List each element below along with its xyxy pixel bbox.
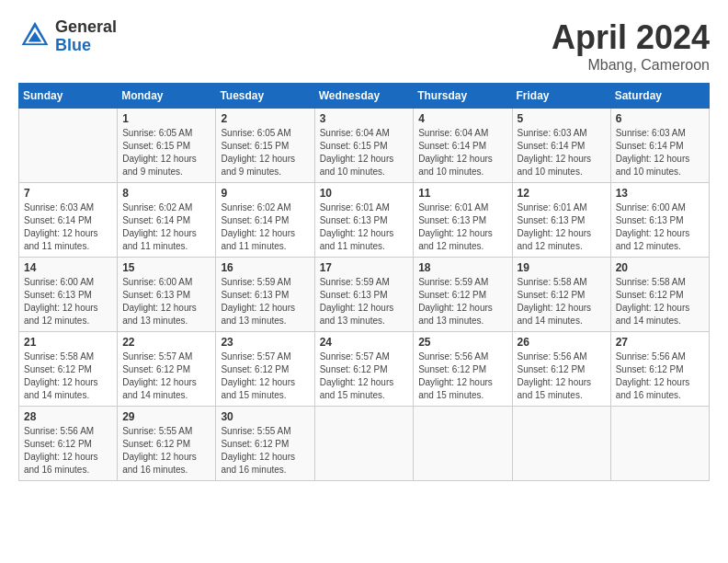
header: General Blue April 2024 Mbang, Cameroon xyxy=(18,18,710,74)
day-cell: 9Sunrise: 6:02 AM Sunset: 6:14 PM Daylig… xyxy=(216,183,314,258)
day-info: Sunrise: 5:57 AM Sunset: 6:12 PM Dayligh… xyxy=(320,350,409,402)
day-cell: 11Sunrise: 6:01 AM Sunset: 6:13 PM Dayli… xyxy=(414,183,512,258)
header-cell-sunday: Sunday xyxy=(19,84,118,109)
day-cell: 5Sunrise: 6:03 AM Sunset: 6:14 PM Daylig… xyxy=(512,109,610,183)
day-number: 22 xyxy=(122,336,210,349)
day-number: 3 xyxy=(320,112,409,125)
day-cell: 13Sunrise: 6:00 AM Sunset: 6:13 PM Dayli… xyxy=(610,183,709,258)
day-number: 19 xyxy=(518,261,606,274)
day-number: 13 xyxy=(616,187,704,200)
logo: General Blue xyxy=(18,18,117,55)
calendar-title: April 2024 xyxy=(552,18,710,57)
day-cell: 7Sunrise: 6:03 AM Sunset: 6:14 PM Daylig… xyxy=(19,183,118,258)
day-info: Sunrise: 5:58 AM Sunset: 6:12 PM Dayligh… xyxy=(518,276,606,327)
week-row-1: 1Sunrise: 6:05 AM Sunset: 6:15 PM Daylig… xyxy=(19,109,710,183)
day-cell: 8Sunrise: 6:02 AM Sunset: 6:14 PM Daylig… xyxy=(118,183,216,258)
day-number: 25 xyxy=(418,336,506,349)
day-info: Sunrise: 6:02 AM Sunset: 6:14 PM Dayligh… xyxy=(122,201,210,253)
day-number: 29 xyxy=(122,410,210,423)
day-number: 30 xyxy=(221,410,309,423)
day-number: 5 xyxy=(518,112,606,125)
day-info: Sunrise: 6:05 AM Sunset: 6:15 PM Dayligh… xyxy=(221,127,309,178)
day-info: Sunrise: 6:03 AM Sunset: 6:14 PM Dayligh… xyxy=(518,127,606,178)
calendar-table: SundayMondayTuesdayWednesdayThursdayFrid… xyxy=(18,83,710,481)
day-info: Sunrise: 5:58 AM Sunset: 6:12 PM Dayligh… xyxy=(616,276,704,327)
day-number: 14 xyxy=(24,261,112,274)
header-cell-tuesday: Tuesday xyxy=(216,84,314,109)
logo-blue: Blue xyxy=(55,37,117,55)
day-number: 15 xyxy=(122,261,210,274)
day-cell: 28Sunrise: 5:56 AM Sunset: 6:12 PM Dayli… xyxy=(19,407,118,481)
header-cell-thursday: Thursday xyxy=(414,84,512,109)
day-cell: 24Sunrise: 5:57 AM Sunset: 6:12 PM Dayli… xyxy=(314,332,414,407)
day-number: 1 xyxy=(122,112,210,125)
day-cell: 17Sunrise: 5:59 AM Sunset: 6:13 PM Dayli… xyxy=(314,258,414,332)
day-info: Sunrise: 6:02 AM Sunset: 6:14 PM Dayligh… xyxy=(221,201,309,253)
day-cell: 18Sunrise: 5:59 AM Sunset: 6:12 PM Dayli… xyxy=(414,258,512,332)
week-row-2: 7Sunrise: 6:03 AM Sunset: 6:14 PM Daylig… xyxy=(19,183,710,258)
day-cell xyxy=(314,407,414,481)
day-number: 12 xyxy=(518,187,606,200)
day-info: Sunrise: 6:04 AM Sunset: 6:14 PM Dayligh… xyxy=(418,127,506,178)
day-info: Sunrise: 6:03 AM Sunset: 6:14 PM Dayligh… xyxy=(24,201,112,253)
day-cell: 29Sunrise: 5:55 AM Sunset: 6:12 PM Dayli… xyxy=(118,407,216,481)
day-info: Sunrise: 5:59 AM Sunset: 6:12 PM Dayligh… xyxy=(418,276,506,327)
day-number: 16 xyxy=(221,261,309,274)
week-row-5: 28Sunrise: 5:56 AM Sunset: 6:12 PM Dayli… xyxy=(19,407,710,481)
header-cell-monday: Monday xyxy=(118,84,216,109)
day-cell xyxy=(610,407,709,481)
calendar-header: SundayMondayTuesdayWednesdayThursdayFrid… xyxy=(19,84,710,109)
day-cell: 22Sunrise: 5:57 AM Sunset: 6:12 PM Dayli… xyxy=(118,332,216,407)
day-info: Sunrise: 6:04 AM Sunset: 6:15 PM Dayligh… xyxy=(320,127,409,178)
day-info: Sunrise: 5:55 AM Sunset: 6:12 PM Dayligh… xyxy=(221,425,309,477)
day-number: 11 xyxy=(418,187,506,200)
day-cell: 19Sunrise: 5:58 AM Sunset: 6:12 PM Dayli… xyxy=(512,258,610,332)
day-info: Sunrise: 6:01 AM Sunset: 6:13 PM Dayligh… xyxy=(320,201,409,253)
logo-icon xyxy=(18,20,51,53)
week-row-3: 14Sunrise: 6:00 AM Sunset: 6:13 PM Dayli… xyxy=(19,258,710,332)
day-info: Sunrise: 6:05 AM Sunset: 6:15 PM Dayligh… xyxy=(122,127,210,178)
day-info: Sunrise: 5:59 AM Sunset: 6:13 PM Dayligh… xyxy=(221,276,309,327)
day-cell: 15Sunrise: 6:00 AM Sunset: 6:13 PM Dayli… xyxy=(118,258,216,332)
day-number: 10 xyxy=(320,187,409,200)
day-info: Sunrise: 5:56 AM Sunset: 6:12 PM Dayligh… xyxy=(616,350,704,402)
week-row-4: 21Sunrise: 5:58 AM Sunset: 6:12 PM Dayli… xyxy=(19,332,710,407)
day-number: 24 xyxy=(320,336,409,349)
day-number: 9 xyxy=(221,187,309,200)
day-info: Sunrise: 5:58 AM Sunset: 6:12 PM Dayligh… xyxy=(24,350,112,402)
day-number: 18 xyxy=(418,261,506,274)
logo-text: General Blue xyxy=(55,18,117,55)
day-number: 23 xyxy=(221,336,309,349)
header-cell-saturday: Saturday xyxy=(610,84,709,109)
header-row: SundayMondayTuesdayWednesdayThursdayFrid… xyxy=(19,84,710,109)
day-info: Sunrise: 5:56 AM Sunset: 6:12 PM Dayligh… xyxy=(418,350,506,402)
day-info: Sunrise: 6:01 AM Sunset: 6:13 PM Dayligh… xyxy=(518,201,606,253)
day-cell: 21Sunrise: 5:58 AM Sunset: 6:12 PM Dayli… xyxy=(19,332,118,407)
day-info: Sunrise: 6:00 AM Sunset: 6:13 PM Dayligh… xyxy=(24,276,112,327)
day-info: Sunrise: 5:59 AM Sunset: 6:13 PM Dayligh… xyxy=(320,276,409,327)
day-cell xyxy=(414,407,512,481)
day-number: 8 xyxy=(122,187,210,200)
day-cell: 26Sunrise: 5:56 AM Sunset: 6:12 PM Dayli… xyxy=(512,332,610,407)
day-info: Sunrise: 5:56 AM Sunset: 6:12 PM Dayligh… xyxy=(24,425,112,477)
day-cell xyxy=(19,109,118,183)
calendar-body: 1Sunrise: 6:05 AM Sunset: 6:15 PM Daylig… xyxy=(19,109,710,481)
header-cell-friday: Friday xyxy=(512,84,610,109)
header-cell-wednesday: Wednesday xyxy=(314,84,414,109)
day-cell: 23Sunrise: 5:57 AM Sunset: 6:12 PM Dayli… xyxy=(216,332,314,407)
day-info: Sunrise: 5:55 AM Sunset: 6:12 PM Dayligh… xyxy=(122,425,210,477)
day-info: Sunrise: 6:00 AM Sunset: 6:13 PM Dayligh… xyxy=(122,276,210,327)
day-cell: 20Sunrise: 5:58 AM Sunset: 6:12 PM Dayli… xyxy=(610,258,709,332)
day-cell: 10Sunrise: 6:01 AM Sunset: 6:13 PM Dayli… xyxy=(314,183,414,258)
day-info: Sunrise: 5:57 AM Sunset: 6:12 PM Dayligh… xyxy=(221,350,309,402)
day-cell: 6Sunrise: 6:03 AM Sunset: 6:14 PM Daylig… xyxy=(610,109,709,183)
title-area: April 2024 Mbang, Cameroon xyxy=(552,18,710,74)
day-number: 17 xyxy=(320,261,409,274)
day-info: Sunrise: 6:03 AM Sunset: 6:14 PM Dayligh… xyxy=(616,127,704,178)
day-number: 6 xyxy=(616,112,704,125)
day-info: Sunrise: 5:57 AM Sunset: 6:12 PM Dayligh… xyxy=(122,350,210,402)
day-info: Sunrise: 6:01 AM Sunset: 6:13 PM Dayligh… xyxy=(418,201,506,253)
day-info: Sunrise: 5:56 AM Sunset: 6:12 PM Dayligh… xyxy=(518,350,606,402)
day-number: 28 xyxy=(24,410,112,423)
day-number: 2 xyxy=(221,112,309,125)
